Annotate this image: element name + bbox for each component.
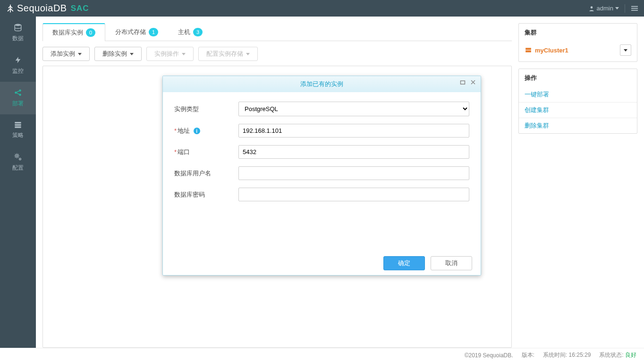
svg-rect-2 <box>631 8 638 9</box>
action-one-click-deploy[interactable]: 一键部署 <box>519 87 637 102</box>
svg-rect-8 <box>15 122 21 123</box>
chevron-down-icon <box>624 49 627 52</box>
ops-head: 操作 <box>519 69 637 87</box>
port-input[interactable] <box>238 145 469 159</box>
cogs-icon <box>14 153 22 161</box>
brand-main: SequoiaDB <box>17 3 67 14</box>
action-delete-cluster[interactable]: 删除集群 <box>519 118 637 133</box>
svg-rect-10 <box>15 126 21 128</box>
tab-label: 数据库实例 <box>52 28 83 37</box>
svg-rect-14 <box>525 51 531 52</box>
version-label: 版本: <box>522 351 534 359</box>
user-menu[interactable]: admin <box>588 5 619 12</box>
status-value: 良好 <box>625 352 636 358</box>
config-storage-button[interactable]: 配置实例存储 <box>198 47 258 61</box>
topbar: SequoiaDB SAC admin <box>0 0 644 17</box>
db-user-input[interactable] <box>238 166 469 180</box>
svg-point-0 <box>590 6 593 9</box>
footer: ©2019 SequoiaDB. 版本: 系统时间: 16:25:29 系统状态… <box>0 348 644 362</box>
cluster-icon <box>525 47 532 53</box>
cluster-card: 集群 myCluster1 <box>518 23 637 62</box>
svg-point-7 <box>19 94 21 96</box>
cancel-button[interactable]: 取消 <box>431 256 472 270</box>
copyright: ©2019 SequoiaDB. <box>465 352 513 359</box>
svg-rect-9 <box>15 124 21 126</box>
sidebar-label: 数据 <box>12 34 24 43</box>
ok-button[interactable]: 确定 <box>383 256 425 270</box>
sidebar-label: 监控 <box>12 67 24 75</box>
menu-icon[interactable] <box>631 5 638 12</box>
sidebar-item-deploy[interactable]: 部署 <box>0 82 36 114</box>
delete-instance-button[interactable]: 删除实例 <box>94 47 142 61</box>
tab-distributed-storage[interactable]: 分布式存储 1 <box>105 23 168 41</box>
chevron-down-icon <box>130 53 134 55</box>
tab-host[interactable]: 主机 3 <box>168 23 212 41</box>
database-icon <box>14 23 22 32</box>
sidebar: 数据 监控 部署 策略 配置 <box>0 17 36 348</box>
button-label: 删除实例 <box>102 50 127 58</box>
address-input[interactable] <box>238 124 469 138</box>
bolt-icon <box>14 56 22 64</box>
toolbar: 添加实例 删除实例 实例操作 配置实例存储 <box>42 41 512 66</box>
button-label: 配置实例存储 <box>206 50 243 58</box>
time-label: 系统时间: <box>543 352 567 358</box>
label-port: *端口 <box>174 148 238 156</box>
chevron-down-icon <box>78 53 82 55</box>
svg-point-4 <box>15 24 21 26</box>
brand-sac: SAC <box>71 4 89 13</box>
info-icon[interactable]: i <box>194 128 200 134</box>
user-name: admin <box>597 5 613 12</box>
svg-rect-13 <box>525 48 531 50</box>
tab-label: 分布式存储 <box>115 28 146 36</box>
sidebar-label: 策略 <box>12 131 24 139</box>
sidebar-item-config[interactable]: 配置 <box>0 146 36 179</box>
db-password-input[interactable] <box>238 188 469 201</box>
tab-badge: 3 <box>193 28 203 36</box>
sidebar-label: 配置 <box>12 164 24 172</box>
cluster-dropdown-button[interactable] <box>620 44 631 56</box>
svg-point-12 <box>19 158 21 160</box>
time-value: 16:25:29 <box>569 352 591 358</box>
cluster-label: myCluster1 <box>535 47 568 54</box>
cluster-name[interactable]: myCluster1 <box>525 47 568 54</box>
chevron-down-icon <box>615 7 619 9</box>
brand: SequoiaDB SAC <box>6 3 89 14</box>
server-icon <box>14 121 22 129</box>
sidebar-item-policy[interactable]: 策略 <box>0 114 36 146</box>
tab-label: 主机 <box>178 28 190 36</box>
button-label: 添加实例 <box>51 50 75 58</box>
tab-db-instance[interactable]: 数据库实例 0 <box>42 23 105 41</box>
modal-title: 添加已有的实例 <box>300 80 343 88</box>
status-label: 系统状态: <box>599 352 623 358</box>
button-label: 实例操作 <box>154 50 179 58</box>
add-instance-button[interactable]: 添加实例 <box>42 47 90 61</box>
tab-badge: 1 <box>149 28 158 36</box>
label-address: *地址 i <box>174 127 238 135</box>
svg-rect-3 <box>631 9 638 10</box>
label-db-password: 数据库密码 <box>174 190 238 199</box>
add-instance-modal: 添加已有的实例 实例类型 PostgreSQL *地址 i <box>162 76 481 276</box>
share-icon <box>14 88 22 97</box>
tree-logo-icon <box>6 4 15 13</box>
divider <box>625 4 625 13</box>
cluster-head: 集群 <box>519 24 637 42</box>
tab-badge: 0 <box>86 28 95 37</box>
sidebar-item-monitor[interactable]: 监控 <box>0 49 36 82</box>
svg-point-6 <box>19 89 21 92</box>
sidebar-item-data[interactable]: 数据 <box>0 17 36 49</box>
svg-rect-1 <box>631 6 638 7</box>
instance-type-select[interactable]: PostgreSQL <box>238 102 469 116</box>
close-icon[interactable] <box>470 79 476 85</box>
label-db-user: 数据库用户名 <box>174 169 238 178</box>
modal-head[interactable]: 添加已有的实例 <box>163 76 481 92</box>
svg-rect-15 <box>461 81 465 84</box>
chevron-down-icon <box>246 53 250 55</box>
maximize-icon[interactable] <box>460 79 466 85</box>
user-icon <box>588 5 595 12</box>
sidebar-label: 部署 <box>12 100 24 108</box>
instance-ops-button[interactable]: 实例操作 <box>146 47 194 61</box>
svg-point-11 <box>16 155 18 157</box>
tabs: 数据库实例 0 分布式存储 1 主机 3 <box>42 23 512 41</box>
action-create-cluster[interactable]: 创建集群 <box>519 102 637 118</box>
svg-point-5 <box>15 92 17 94</box>
